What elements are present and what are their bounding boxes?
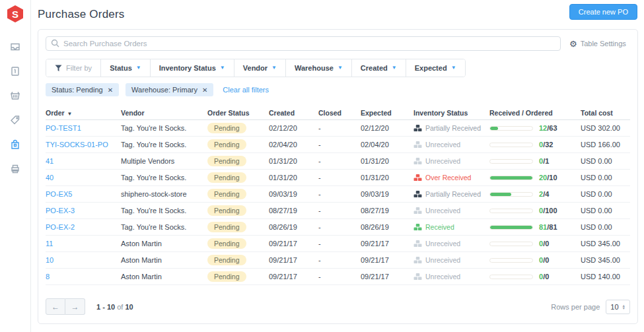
expected-cell: 09/03/19 [361,190,413,198]
chevron-down-icon: ▼ [338,65,343,71]
filter-dropdown-inventory-status[interactable]: Inventory Status▼ [150,59,234,77]
boxes-icon [413,125,422,132]
vendor-cell: Aston Martin [121,256,207,264]
table-body: PO-TEST1 Tag. You're It Socks. Pending 0… [46,120,630,285]
inventory-status-label: Partially Received [425,190,481,198]
prev-page-button[interactable]: ← [46,298,65,315]
clear-all-filters-link[interactable]: Clear all filters [223,86,269,94]
order-link[interactable]: PO-EX-3 [46,207,121,215]
toolbar: ⚙ Table Settings [46,36,630,51]
purchase-orders-card: ⚙ Table Settings Filter by Status▼Invent… [38,29,638,324]
order-status-cell: Pending [207,189,269,199]
total-cost-cell: USD 0.00 [581,157,630,165]
table-row: TYI-SOCKS-01-PO Tag. You're It Socks. Pe… [46,137,630,153]
order-link[interactable]: PO-EX5 [46,190,121,198]
filter-dropdown-warehouse[interactable]: Warehouse▼ [285,59,351,77]
chevron-down-icon: ▼ [220,65,225,71]
order-link[interactable]: 10 [46,256,121,264]
order-link[interactable]: PO-EX-2 [46,223,121,231]
table-row: 10 Aston Martin Pending 09/21/17 - 09/21… [46,252,630,269]
filter-dropdown-vendor[interactable]: Vendor▼ [234,59,285,77]
inventory-status-cell: Unreceived [413,273,489,281]
created-cell: 08/27/19 [269,207,318,215]
filter-chip-status[interactable]: Status: Pending ✕ [46,83,119,96]
close-icon[interactable]: ✕ [108,86,113,94]
table-row: PO-EX-2 Tag. You're It Socks. Pending 08… [46,219,630,236]
expected-cell: 01/31/20 [361,174,413,182]
table-row: PO-EX-3 Tag. You're It Socks. Pending 08… [46,203,630,219]
page-range-text: 1 - 10 of 10 [96,303,133,311]
boxes-icon [413,141,422,149]
col-header-inventory-status[interactable]: Inventory Status [413,109,489,117]
col-header-expected[interactable]: Expected [361,109,413,117]
received-ordered-cell: 12/63 [489,124,581,132]
search-input[interactable] [46,36,561,51]
tag-icon[interactable] [10,115,20,125]
col-header-order[interactable]: Order▼ [46,109,121,117]
filter-dropdown-expected[interactable]: Expected▼ [406,59,465,77]
table-settings-button[interactable]: ⚙ Table Settings [569,40,630,48]
col-header-order-status[interactable]: Order Status [207,109,269,117]
filter-chip-warehouse[interactable]: Warehouse: Primary ✕ [125,83,213,96]
order-link[interactable]: 8 [46,273,121,281]
col-header-received-ordered[interactable]: Received / Ordered [489,109,581,117]
boxes-icon [413,240,422,248]
status-badge: Pending [207,271,246,282]
total-cost-cell: USD 345.00 [581,240,630,248]
table-row: PO-TEST1 Tag. You're It Socks. Pending 0… [46,120,630,137]
inventory-status-label: Unreceived [425,240,460,248]
status-badge: Pending [207,238,246,249]
total-cost-cell: USD 0.00 [581,223,630,231]
inventory-status-cell: Partially Received [413,190,489,198]
progress-bar [489,176,533,180]
vendor-cell: Aston Martin [121,273,207,281]
filter-dropdown-created[interactable]: Created▼ [351,59,406,77]
col-header-created[interactable]: Created [269,109,318,117]
inventory-status-cell: Unreceived [413,207,489,215]
order-link[interactable]: TYI-SOCKS-01-PO [46,141,121,149]
progress-bar [489,159,533,164]
expected-cell: 01/31/20 [361,157,413,165]
purchase-orders-bag-icon[interactable] [10,139,20,150]
col-header-closed[interactable]: Closed [318,109,361,117]
inventory-status-label: Over Received [425,174,471,182]
progress-bar [489,258,533,263]
vendor-cell: Tag. You're It Socks. [121,223,207,231]
closed-cell: - [318,223,361,231]
table-row: 11 Aston Martin Pending 09/21/17 - 09/21… [46,236,630,252]
order-status-cell: Pending [207,172,269,183]
create-new-po-button[interactable]: Create new PO [569,4,637,20]
shiphero-logo-icon[interactable]: S [6,5,24,23]
status-badge: Pending [207,205,246,216]
created-cell: 09/21/17 [269,240,318,248]
total-cost-cell: USD 0.00 [581,174,630,182]
col-header-total-cost[interactable]: Total cost [581,109,630,117]
next-page-button[interactable]: → [65,298,85,315]
inbox-tray-icon[interactable] [10,42,20,52]
received-ordered-cell: 2/4 [489,190,581,198]
close-icon[interactable]: ✕ [202,86,207,94]
rows-per-page-select[interactable]: 10 ▲▼ [606,300,630,314]
vendor-cell: Multiple Vendors [121,157,207,165]
created-cell: 08/26/19 [269,223,318,231]
active-filter-chips: Status: Pending ✕ Warehouse: Primary ✕ C… [46,83,630,96]
order-link[interactable]: 41 [46,157,121,165]
order-link[interactable]: PO-TEST1 [46,124,121,132]
sidebar: S [0,0,31,332]
created-cell: 01/31/20 [269,157,318,165]
table-row: 41 Multiple Vendors Pending 01/31/20 - 0… [46,153,630,170]
basket-icon[interactable] [10,90,20,101]
progress-bar [489,225,533,230]
filter-dropdown-status[interactable]: Status▼ [100,59,150,77]
received-ordered-cell: 0/1 [489,157,581,165]
rows-per-page-label: Rows per page [551,303,600,311]
progress-bar [489,275,533,279]
vendor-cell: Aston Martin [121,240,207,248]
gear-icon: ⚙ [569,40,577,48]
invoice-icon[interactable] [10,66,20,77]
printer-icon[interactable] [10,164,20,174]
filter-by-label: Filter by [46,59,100,77]
order-link[interactable]: 40 [46,174,121,182]
col-header-vendor[interactable]: Vendor [121,109,207,117]
order-link[interactable]: 11 [46,240,121,248]
